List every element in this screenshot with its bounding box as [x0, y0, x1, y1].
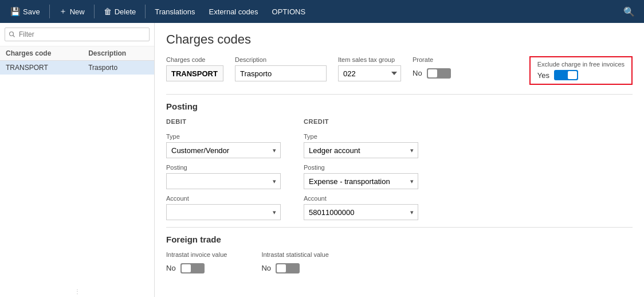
prorate-value: No	[413, 65, 422, 81]
prorate-field: Prorate No	[413, 56, 451, 81]
intrastat-invoice-label: Intrastat invoice value	[166, 251, 227, 258]
save-label: Save	[23, 7, 40, 16]
charges-code-input[interactable]	[166, 65, 223, 81]
prorate-toggle[interactable]	[427, 68, 451, 79]
new-icon: ＋	[59, 6, 67, 17]
intrastat-statistical-field: Intrastat statistical value No	[261, 251, 328, 276]
posting-section: Posting DEBIT Type Customer/Vendor Ledge…	[166, 94, 633, 220]
posting-section-title: Posting	[166, 101, 633, 111]
credit-label: CREDIT	[304, 118, 418, 125]
filter-input[interactable]	[5, 28, 150, 41]
save-icon: 💾	[10, 7, 20, 16]
debit-account-label: Account	[166, 195, 281, 202]
external-codes-label: External codes	[209, 7, 258, 16]
debit-posting-select[interactable]	[166, 173, 281, 189]
item-sales-tax-group-field: Item sales tax group 022	[338, 56, 401, 81]
page-title: Charges codes	[166, 32, 633, 47]
delete-button[interactable]: 🗑 Delete	[98, 0, 142, 23]
description-label: Description	[235, 56, 327, 63]
sidebar-header-row: Charges code Description	[0, 46, 154, 61]
foreign-trade-row: Intrastat invoice value No Intrastat sta…	[166, 251, 633, 276]
intrastat-invoice-row: No	[166, 260, 227, 276]
translations-button[interactable]: Translations	[149, 0, 201, 23]
credit-account-select[interactable]: 58011000000	[304, 204, 418, 220]
sidebar-col-charges-code: Charges code	[0, 46, 83, 61]
item-sales-tax-group-select[interactable]: 022	[338, 65, 401, 81]
description-field: Description	[235, 56, 327, 81]
search-icon: 🔍	[623, 7, 635, 17]
exclude-charge-label: Exclude charge in free invoices	[537, 61, 625, 68]
toolbar-divider-2	[94, 5, 95, 18]
intrastat-statistical-toggle[interactable]	[276, 263, 300, 273]
debit-type-wrapper: Customer/Vendor Ledger account Item	[166, 142, 281, 158]
exclude-charge-text: Yes	[537, 71, 549, 80]
posting-columns: DEBIT Type Customer/Vendor Ledger accoun…	[166, 118, 633, 220]
foreign-trade-title: Foreign trade	[166, 235, 633, 244]
exclude-charge-value-row: Yes	[537, 70, 625, 80]
credit-posting-select[interactable]: Expense - transportation	[304, 173, 418, 189]
credit-posting-wrapper: Expense - transportation	[304, 173, 418, 189]
credit-account-label: Account	[304, 195, 418, 202]
credit-posting-label: Posting	[304, 164, 418, 171]
credit-type-field: Type Customer/Vendor Ledger account Item	[304, 133, 418, 158]
sidebar: Charges code Description TRANSPORT Trasp…	[0, 23, 155, 297]
debit-type-label: Type	[166, 133, 281, 140]
debit-account-wrapper	[166, 204, 281, 220]
toolbar-divider-3	[145, 5, 146, 18]
filter-box	[0, 23, 154, 46]
debit-account-select[interactable]	[166, 204, 281, 220]
exclude-charge-toggle[interactable]	[554, 70, 578, 80]
new-label: New	[70, 7, 85, 16]
sidebar-cell-description: Trasporto	[83, 61, 154, 75]
debit-posting-label: Posting	[166, 164, 281, 171]
intrastat-statistical-row: No	[261, 260, 328, 276]
debit-type-field: Type Customer/Vendor Ledger account Item	[166, 133, 281, 158]
credit-type-select[interactable]: Customer/Vendor Ledger account Item	[304, 142, 418, 158]
debit-posting-wrapper	[166, 173, 281, 189]
intrastat-invoice-field: Intrastat invoice value No	[166, 251, 227, 276]
delete-icon: 🗑	[104, 7, 112, 16]
credit-posting-field: Posting Expense - transportation	[304, 164, 418, 189]
intrastat-statistical-label: Intrastat statistical value	[261, 251, 328, 258]
prorate-label: Prorate	[413, 56, 451, 63]
main-layout: Charges code Description TRANSPORT Trasp…	[0, 23, 644, 297]
debit-label: DEBIT	[166, 118, 281, 125]
sidebar-row[interactable]: TRANSPORT Trasporto	[0, 61, 154, 75]
foreign-trade-section: Foreign trade Intrastat invoice value No…	[166, 227, 633, 276]
item-sales-tax-group-label: Item sales tax group	[338, 56, 401, 63]
toolbar: 💾 Save ＋ New 🗑 Delete Translations Exter…	[0, 0, 644, 23]
sidebar-table: Charges code Description TRANSPORT Trasp…	[0, 46, 154, 75]
credit-column: CREDIT Type Customer/Vendor Ledger accou…	[304, 118, 418, 220]
charges-code-label: Charges code	[166, 56, 223, 63]
debit-account-field: Account	[166, 195, 281, 220]
save-button[interactable]: 💾 Save	[5, 0, 46, 23]
sidebar-scroll-indicator: ⋮	[0, 286, 154, 297]
credit-type-label: Type	[304, 133, 418, 140]
search-button[interactable]: 🔍	[619, 4, 639, 19]
external-codes-button[interactable]: External codes	[203, 0, 264, 23]
top-form-row: Charges code Description Item sales tax …	[166, 56, 633, 85]
exclude-charge-box: Exclude charge in free invoices Yes	[529, 56, 633, 85]
charges-code-field: Charges code	[166, 56, 223, 81]
credit-account-wrapper: 58011000000	[304, 204, 418, 220]
content-area: Charges codes Charges code Description I…	[155, 23, 644, 297]
toolbar-divider-1	[49, 5, 50, 18]
sidebar-cell-charges-code: TRANSPORT	[0, 61, 83, 75]
options-button[interactable]: OPTIONS	[266, 0, 312, 23]
credit-type-wrapper: Customer/Vendor Ledger account Item	[304, 142, 418, 158]
description-input[interactable]	[235, 65, 327, 81]
translations-label: Translations	[155, 7, 195, 16]
sidebar-col-description: Description	[83, 46, 154, 61]
debit-column: DEBIT Type Customer/Vendor Ledger accoun…	[166, 118, 281, 220]
new-button[interactable]: ＋ New	[53, 0, 91, 23]
options-label: OPTIONS	[272, 7, 306, 16]
intrastat-invoice-toggle[interactable]	[180, 263, 205, 273]
delete-label: Delete	[115, 7, 136, 16]
debit-posting-field: Posting	[166, 164, 281, 189]
debit-type-select[interactable]: Customer/Vendor Ledger account Item	[166, 142, 281, 158]
intrastat-invoice-value: No	[166, 260, 176, 276]
intrastat-statistical-value: No	[261, 260, 271, 276]
credit-account-field: Account 58011000000	[304, 195, 418, 220]
